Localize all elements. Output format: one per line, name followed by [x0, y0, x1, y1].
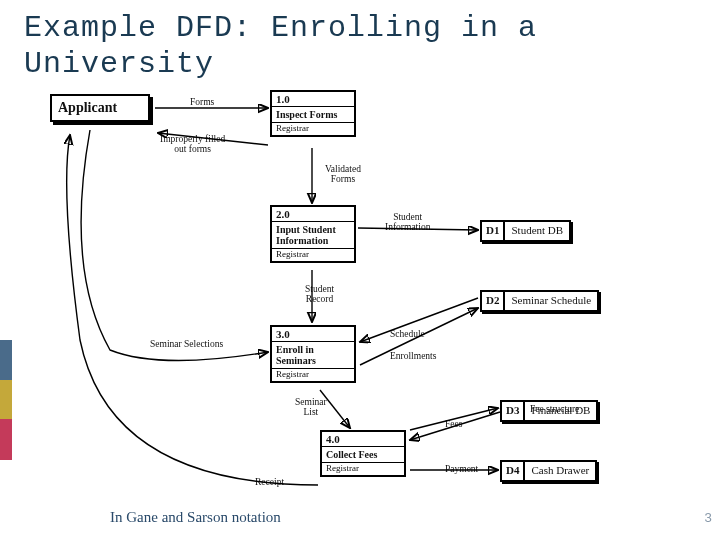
process-4-name: Collect Fees [322, 447, 404, 463]
caption-text: In Gane and Sarson notation [110, 509, 281, 526]
flow-payment: Payment [445, 465, 478, 475]
flow-seminarlist: SeminarList [295, 398, 327, 418]
process-4-id: 4.0 [322, 432, 404, 447]
process-2-id: 2.0 [272, 207, 354, 222]
flow-studentinfo: StudentInformation [385, 213, 430, 233]
datastore-d2-name: Seminar Schedule [505, 292, 597, 310]
flow-receipt: Receipt [255, 478, 284, 488]
datastore-d4-id: D4 [500, 462, 525, 480]
flow-studentrecord: StudentRecord [305, 285, 334, 305]
datastore-d4-name: Cash Drawer [525, 462, 595, 480]
process-3: 3.0 Enroll in Seminars Registrar [270, 325, 356, 383]
flow-seminarsel: Seminar Selections [150, 340, 223, 350]
process-2-actor: Registrar [272, 249, 354, 261]
entity-applicant: Applicant [50, 94, 150, 122]
datastore-d2: D2 Seminar Schedule [480, 290, 599, 312]
flow-fees: Fees [445, 420, 462, 430]
flow-enrollments: Enrollments [390, 352, 436, 362]
process-1-actor: Registrar [272, 123, 354, 135]
process-1-name: Inspect Forms [272, 107, 354, 123]
flow-improper: Improperly filledout forms [160, 135, 225, 155]
datastore-d2-id: D2 [480, 292, 505, 310]
datastore-d1-name: Student DB [505, 222, 569, 240]
process-2-name: Input Student Information [272, 222, 354, 249]
datastore-d1: D1 Student DB [480, 220, 571, 242]
process-3-name: Enroll in Seminars [272, 342, 354, 369]
process-4: 4.0 Collect Fees Registrar [320, 430, 406, 477]
page-number: 3 [704, 511, 712, 526]
page-title: Example DFD: Enrolling in a University [24, 10, 696, 82]
process-4-actor: Registrar [322, 463, 404, 475]
accent-stripe [0, 340, 12, 460]
process-1: 1.0 Inspect Forms Registrar [270, 90, 356, 137]
process-3-actor: Registrar [272, 369, 354, 381]
datastore-d3-id: D3 [500, 402, 525, 420]
datastore-d1-id: D1 [480, 222, 505, 240]
flow-forms: Forms [190, 98, 214, 108]
dfd-diagram: Applicant 1.0 Inspect Forms Registrar 2.… [50, 90, 670, 500]
flow-schedule: Schedule [390, 330, 425, 340]
flow-feestructure: Fee structure [530, 405, 579, 415]
process-2: 2.0 Input Student Information Registrar [270, 205, 356, 263]
process-1-id: 1.0 [272, 92, 354, 107]
process-3-id: 3.0 [272, 327, 354, 342]
datastore-d4: D4 Cash Drawer [500, 460, 597, 482]
flow-validated: ValidatedForms [325, 165, 361, 185]
